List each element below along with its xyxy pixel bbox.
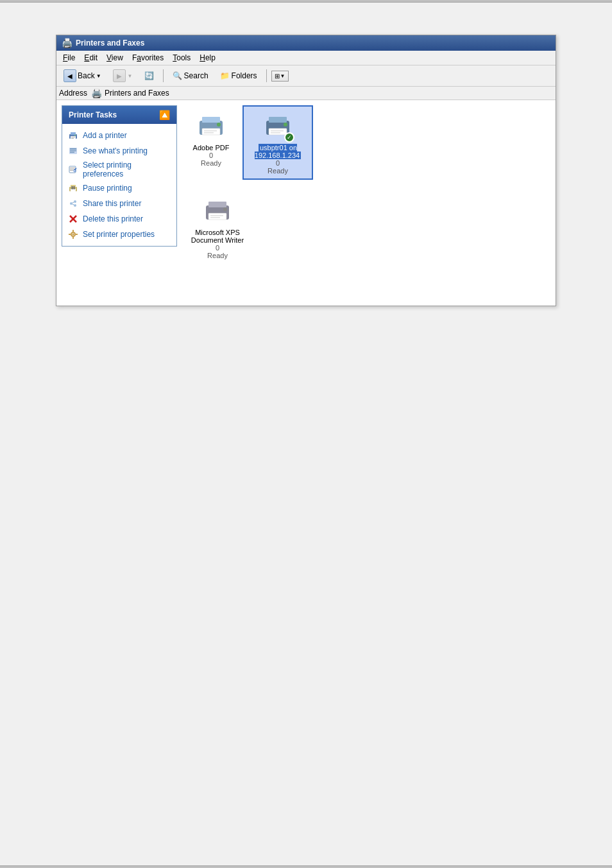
printer-usbptr01-name-highlight: usbptr01 on 192.168.1.234 <box>255 144 301 159</box>
left-panel: Printer Tasks 🔼 <box>62 105 177 300</box>
delete-printer-icon <box>67 213 79 225</box>
pause-printing-icon <box>67 182 79 194</box>
task-set-properties[interactable]: Set printer properties <box>62 227 176 242</box>
printer-usbptr01[interactable]: ✓ usbptr01 on 192.168.1.234 0 Ready <box>242 105 313 180</box>
folders-icon: 📁 <box>220 71 230 80</box>
svg-line-23 <box>72 202 74 203</box>
svg-rect-42 <box>271 130 284 132</box>
task-delete-printer[interactable]: Delete this printer <box>62 211 176 227</box>
task-select-preferences-label: Select printing preferences <box>83 161 171 178</box>
task-see-whats-printing[interactable]: See what's printing <box>62 143 176 159</box>
add-printer-icon <box>67 130 79 141</box>
address-bar: Address 🖨️ Printers and Faxes <box>56 87 556 100</box>
svg-line-24 <box>72 204 74 205</box>
printer-ms-xps-name: Microsoft XPS Document Writer <box>189 229 246 244</box>
tasks-header-title: Printer Tasks <box>69 110 117 119</box>
back-label: Back <box>78 71 95 80</box>
svg-point-20 <box>70 202 72 205</box>
menu-view[interactable]: View <box>103 52 127 64</box>
svg-rect-34 <box>202 117 220 123</box>
task-add-printer-label: Add a printer <box>83 131 127 140</box>
page-wrapper: 🖨️ Printers and Faxes File Edit View Fav… <box>0 0 612 868</box>
address-path: 🖨️ Printers and Faxes <box>91 88 169 98</box>
collapse-button[interactable]: 🔼 <box>159 110 170 120</box>
tasks-section: Printer Tasks 🔼 <box>62 105 177 247</box>
task-share-printer[interactable]: Share this printer <box>62 196 176 211</box>
title-bar-text: Printers and Faxes <box>76 39 144 48</box>
svg-rect-17 <box>71 189 76 191</box>
svg-rect-32 <box>76 234 78 235</box>
task-see-whats-printing-label: See what's printing <box>83 146 148 155</box>
svg-rect-31 <box>69 234 71 235</box>
printer-adobe-pdf-count: 0 <box>209 152 213 159</box>
tasks-list: Add a printer See w <box>62 124 176 246</box>
svg-rect-8 <box>70 150 76 152</box>
printer-adobe-pdf-icon-wrapper <box>196 110 226 141</box>
svg-point-38 <box>217 123 221 126</box>
svg-point-21 <box>74 200 76 203</box>
printer-ms-xps-count: 0 <box>216 244 219 252</box>
address-path-icon: 🖨️ <box>91 88 102 98</box>
refresh-button[interactable]: 🔄 <box>140 69 158 82</box>
view-button[interactable]: ⊞ ▼ <box>271 71 289 82</box>
search-button[interactable]: 🔍 Search <box>168 69 213 82</box>
toolbar-separator-1 <box>163 69 164 82</box>
printer-ms-xps-status: Ready <box>207 252 228 259</box>
svg-rect-1 <box>71 132 76 135</box>
svg-rect-16 <box>71 185 76 187</box>
svg-rect-37 <box>204 132 214 134</box>
view-icon: ⊞ <box>275 73 280 80</box>
forward-arrow-icon: ▶ <box>113 69 126 82</box>
svg-rect-19 <box>74 186 75 189</box>
printer-usbptr01-icon-wrapper: ✓ <box>262 110 293 141</box>
view-dropdown-icon: ▼ <box>280 73 285 79</box>
tasks-header: Printer Tasks 🔼 <box>62 106 176 124</box>
printer-adobe-pdf-svg <box>196 110 226 141</box>
refresh-icon: 🔄 <box>144 71 154 80</box>
menu-file[interactable]: File <box>59 52 79 64</box>
address-path-text: Printers and Faxes <box>105 89 169 98</box>
menu-help[interactable]: Help <box>196 52 219 64</box>
folders-label: Folders <box>232 71 257 80</box>
svg-rect-49 <box>210 217 220 218</box>
svg-rect-40 <box>269 117 287 123</box>
top-border <box>0 0 612 3</box>
window-container: 🖨️ Printers and Faxes File Edit View Fav… <box>56 35 556 306</box>
svg-rect-3 <box>71 137 75 137</box>
task-pause-printing-label: Pause printing <box>83 184 132 193</box>
menu-favorites[interactable]: Favorites <box>128 52 167 64</box>
printer-adobe-pdf-name: Adobe PDF <box>193 144 230 152</box>
printer-ms-xps-svg <box>202 195 233 226</box>
svg-rect-41 <box>269 128 287 135</box>
svg-point-22 <box>74 204 76 207</box>
printer-ms-xps[interactable]: Microsoft XPS Document Writer 0 Ready <box>182 190 253 265</box>
printer-usbptr01-status: Ready <box>268 167 288 175</box>
forward-button[interactable]: ▶ ▼ <box>108 67 137 84</box>
svg-point-5 <box>74 135 76 136</box>
svg-rect-47 <box>208 213 226 220</box>
printer-usbptr01-name: usbptr01 on 192.168.1.234 <box>249 144 307 159</box>
content-area: Printer Tasks 🔼 <box>56 100 556 306</box>
printer-adobe-pdf-status: Ready <box>201 159 221 167</box>
folders-button[interactable]: 📁 Folders <box>216 69 262 82</box>
share-printer-icon <box>67 198 79 209</box>
search-label: Search <box>184 71 208 80</box>
svg-rect-30 <box>72 237 74 239</box>
menu-tools[interactable]: Tools <box>169 52 194 64</box>
svg-rect-13 <box>70 170 73 171</box>
task-select-preferences[interactable]: Select printing preferences <box>62 159 176 180</box>
task-add-printer[interactable]: Add a printer <box>62 128 176 143</box>
menu-edit[interactable]: Edit <box>80 52 101 64</box>
printer-ms-xps-icon-wrapper <box>202 195 233 226</box>
svg-rect-12 <box>70 169 75 169</box>
set-properties-icon <box>67 229 79 240</box>
forward-dropdown-icon: ▼ <box>128 73 133 79</box>
printer-adobe-pdf[interactable]: Adobe PDF 0 Ready <box>182 105 240 180</box>
task-pause-printing[interactable]: Pause printing <box>62 180 176 196</box>
back-button[interactable]: ◀ Back ▼ <box>59 67 106 84</box>
svg-point-14 <box>74 170 76 172</box>
menu-bar: File Edit View Favorites Tools Help <box>56 51 556 65</box>
svg-rect-18 <box>72 186 73 189</box>
see-whats-printing-icon <box>67 145 79 157</box>
task-share-printer-label: Share this printer <box>83 199 141 208</box>
